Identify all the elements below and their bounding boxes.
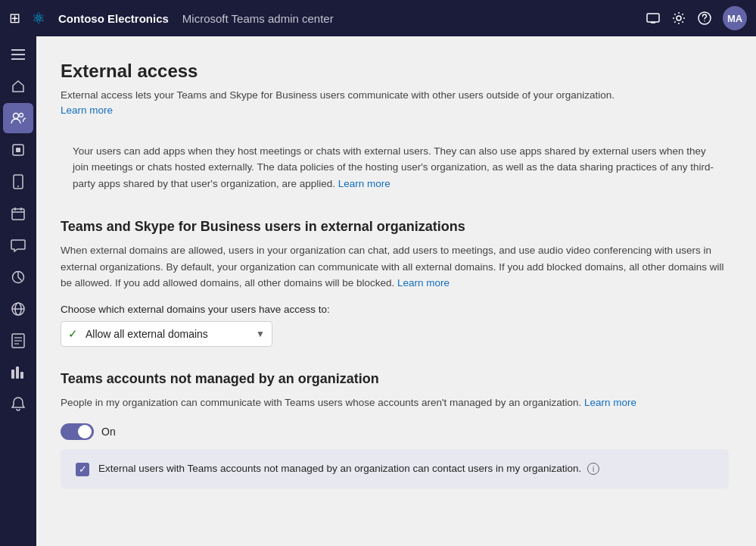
external-domains-dropdown-wrap: ✓ Allow all external domains Allow speci…	[61, 321, 272, 347]
sidebar-item-teams[interactable]	[3, 135, 33, 165]
info-box: Your users can add apps when they host m…	[61, 134, 729, 201]
page-title: External access	[61, 61, 729, 82]
svg-point-5	[677, 16, 681, 20]
checkbox-text-content: External users with Teams accounts not m…	[98, 463, 581, 474]
section2-learn-more-link[interactable]: Learn more	[584, 397, 636, 408]
sidebar-item-devices[interactable]	[3, 167, 33, 197]
sidebar-item-hamburger[interactable]	[3, 39, 33, 70]
checkbox-label: External users with Teams accounts not m…	[98, 461, 599, 476]
info-icon[interactable]: i	[587, 463, 599, 475]
external-contact-checkbox[interactable]: ✓	[76, 463, 89, 476]
intro-desc: External access lets your Teams and Skyp…	[61, 88, 729, 119]
svg-rect-31	[20, 372, 23, 379]
content-scroll: External access External access lets you…	[36, 36, 756, 546]
section2-desc: People in my organization can communicat…	[61, 395, 729, 411]
help-icon[interactable]	[697, 11, 712, 26]
checkbox-checkmark: ✓	[76, 463, 89, 476]
section1-desc: When external domains are allowed, users…	[61, 242, 729, 292]
teams-logo: ⚛	[28, 7, 51, 30]
settings-icon[interactable]	[671, 11, 686, 26]
intro-line1: External access lets your Teams and Skyp…	[61, 89, 614, 101]
section1-title: Teams and Skype for Business users in ex…	[61, 219, 729, 235]
sidebar-item-globe[interactable]	[3, 294, 33, 324]
svg-rect-14	[16, 148, 20, 152]
topbar: ⊞ ⚛ Contoso Electronics Microsoft Teams …	[0, 0, 756, 36]
svg-rect-29	[11, 370, 14, 379]
dropdown-check-icon: ✓	[68, 327, 78, 341]
topbar-actions: MA	[646, 6, 747, 30]
svg-rect-17	[12, 209, 24, 220]
section2-title: Teams accounts not managed by an organiz…	[61, 371, 729, 387]
svg-rect-2	[647, 14, 659, 22]
sidebar-item-home[interactable]	[3, 71, 33, 101]
svg-point-7	[704, 20, 705, 22]
svg-point-16	[17, 186, 19, 187]
screen-share-icon[interactable]	[646, 11, 661, 26]
sidebar-item-apps[interactable]	[3, 326, 33, 356]
intro-learn-more-link[interactable]: Learn more	[61, 105, 113, 116]
sidebar-item-calendar[interactable]	[3, 198, 33, 229]
section2-desc-text: People in my organization can communicat…	[61, 397, 581, 408]
org-name: Contoso Electronics	[58, 12, 169, 25]
sidebar-item-voice[interactable]	[3, 262, 33, 292]
svg-point-12	[20, 114, 23, 117]
info-paragraph: Your users can add apps when they host m…	[73, 145, 714, 189]
sidebar-item-messaging[interactable]	[3, 230, 33, 261]
section1-desc-text: When external domains are allowed, users…	[61, 245, 723, 289]
svg-rect-30	[16, 367, 19, 379]
section1-learn-more-link[interactable]: Learn more	[397, 277, 450, 289]
toggle-row: On	[61, 423, 729, 440]
svg-text:⚛: ⚛	[32, 10, 45, 27]
sidebar-item-notifications[interactable]	[3, 389, 33, 420]
sidebar	[0, 36, 36, 546]
user-avatar[interactable]: MA	[723, 6, 747, 30]
toggle-label: On	[101, 426, 116, 438]
info-learn-more-link[interactable]: Learn more	[338, 178, 390, 189]
sidebar-item-reports[interactable]	[3, 357, 33, 388]
grid-icon[interactable]: ⊞	[9, 10, 20, 27]
toggle-slider	[61, 423, 94, 440]
svg-point-11	[14, 114, 19, 119]
sidebar-item-users[interactable]	[3, 103, 33, 133]
managed-org-toggle[interactable]	[61, 423, 94, 440]
checkbox-area: ✓ External users with Teams accounts not…	[61, 449, 729, 488]
external-domains-dropdown[interactable]: Allow all external domains Allow specifi…	[61, 321, 272, 347]
field-label: Choose which external domains your users…	[61, 304, 729, 315]
app-title: Microsoft Teams admin center	[182, 12, 334, 25]
main-area: External access External access lets you…	[36, 36, 756, 546]
main-layout: External access External access lets you…	[0, 36, 756, 546]
